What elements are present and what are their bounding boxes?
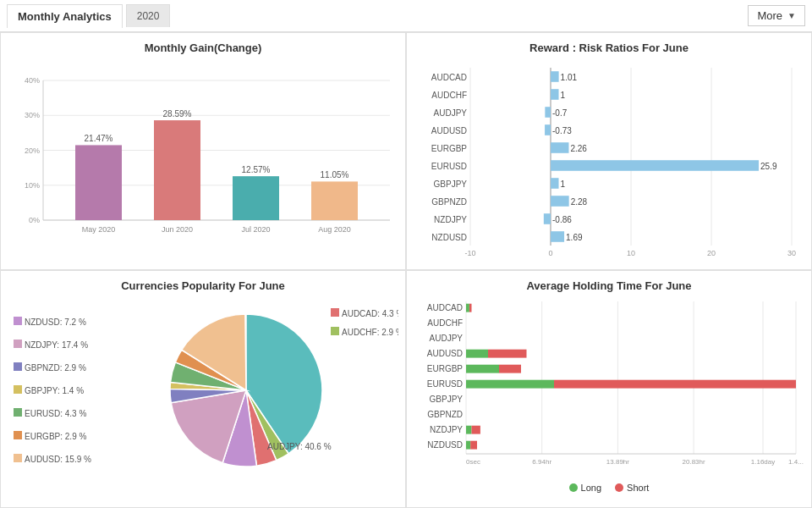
long-dot [569,483,578,492]
tab-year[interactable]: 2020 [126,4,171,27]
main-grid: Monthly Gain(Change) Reward : Risk Ratio… [0,32,812,508]
legend-long: Long [569,483,601,493]
more-button[interactable]: More [748,5,805,26]
long-label: Long [581,483,601,493]
holding-time-title: Average Holding Time For June [415,279,803,292]
rr-canvas [415,59,804,262]
header: Monthly Analytics 2020 More [0,0,812,32]
reward-risk-panel: Reward : Risk Ratios For June [406,32,812,270]
legend-short: Short [615,483,649,493]
short-label: Short [627,483,649,493]
tab-monthly[interactable]: Monthly Analytics [7,4,123,28]
pie-canvas [9,297,398,483]
currencies-pie-title: Currencies Popularity For June [9,279,397,292]
reward-risk-title: Reward : Risk Ratios For June [415,41,803,54]
monthly-gain-panel: Monthly Gain(Change) [0,32,406,270]
short-dot [615,483,623,492]
monthly-gain-chart [9,59,397,254]
ht-legend: Long Short [415,483,803,493]
currencies-pie-panel: Currencies Popularity For June [0,270,406,508]
bar-canvas [9,59,398,254]
ht-canvas [415,297,804,475]
monthly-gain-title: Monthly Gain(Change) [9,41,397,54]
holding-time-panel: Average Holding Time For June Long Short [406,270,812,508]
